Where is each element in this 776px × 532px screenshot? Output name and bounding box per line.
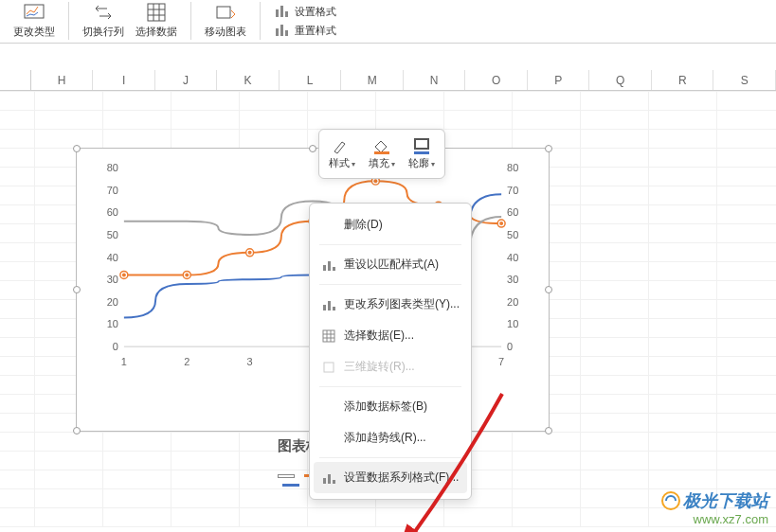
menu-3d-rotate: 三维旋转(R)... bbox=[310, 351, 471, 382]
svg-text:60: 60 bbox=[107, 206, 118, 218]
resize-handle[interactable] bbox=[545, 145, 552, 152]
legend-item[interactable] bbox=[278, 474, 295, 478]
chart-type-icon bbox=[23, 2, 45, 23]
svg-text:70: 70 bbox=[507, 185, 518, 196]
svg-text:40: 40 bbox=[507, 252, 518, 263]
svg-text:1: 1 bbox=[121, 356, 127, 367]
menu-reset-match[interactable]: 重设以匹配样式(A) bbox=[310, 249, 471, 280]
column-headers: HIJKLMNOPQRS bbox=[0, 70, 776, 91]
svg-rect-56 bbox=[328, 301, 331, 310]
menu-add-trendline[interactable]: 添加趋势线(R)... bbox=[310, 422, 471, 453]
select-data-button[interactable]: 选择数据 bbox=[130, 2, 183, 39]
svg-rect-1 bbox=[148, 4, 165, 21]
svg-rect-2 bbox=[217, 7, 230, 18]
chart-icon bbox=[321, 297, 336, 312]
svg-rect-51 bbox=[414, 151, 429, 154]
rotate-icon bbox=[321, 360, 336, 375]
watermark: 极光下载站 www.xz7.com bbox=[660, 489, 768, 526]
svg-rect-53 bbox=[328, 261, 331, 271]
svg-text:10: 10 bbox=[507, 318, 518, 329]
style-button[interactable]: 样式▾ bbox=[329, 137, 355, 170]
column-header[interactable]: J bbox=[155, 70, 218, 90]
menu-select-data[interactable]: 选择数据(E)... bbox=[310, 320, 471, 351]
column-header[interactable]: M bbox=[341, 70, 404, 90]
svg-text:80: 80 bbox=[107, 162, 118, 173]
column-header[interactable]: O bbox=[465, 70, 528, 90]
resize-handle[interactable] bbox=[545, 286, 552, 293]
svg-point-40 bbox=[248, 251, 252, 255]
column-header[interactable]: L bbox=[280, 70, 342, 90]
svg-text:30: 30 bbox=[107, 274, 118, 285]
column-header[interactable]: Q bbox=[589, 70, 652, 90]
svg-rect-3 bbox=[276, 9, 279, 17]
format-icon bbox=[274, 2, 291, 19]
svg-text:60: 60 bbox=[507, 206, 518, 218]
svg-text:30: 30 bbox=[507, 274, 518, 285]
switch-icon bbox=[92, 2, 115, 23]
table-icon bbox=[321, 328, 336, 344]
column-header[interactable]: K bbox=[217, 70, 280, 90]
menu-delete[interactable]: 删除(D) bbox=[310, 209, 471, 240]
outline-button[interactable]: 轮廓▾ bbox=[408, 137, 435, 170]
svg-rect-4 bbox=[280, 6, 283, 17]
svg-rect-62 bbox=[333, 480, 335, 484]
svg-text:3: 3 bbox=[247, 356, 253, 367]
svg-text:50: 50 bbox=[507, 229, 518, 240]
svg-text:40: 40 bbox=[107, 252, 118, 263]
svg-rect-55 bbox=[323, 305, 326, 310]
svg-rect-50 bbox=[415, 139, 428, 149]
mini-toolbar: 样式▾ 填充▾ 轮廓▾ bbox=[318, 129, 445, 179]
svg-rect-60 bbox=[323, 478, 326, 484]
svg-text:7: 7 bbox=[498, 356, 504, 367]
resize-handle[interactable] bbox=[73, 427, 81, 434]
column-header[interactable]: P bbox=[528, 70, 590, 90]
svg-point-63 bbox=[662, 492, 679, 509]
svg-rect-57 bbox=[333, 307, 335, 310]
svg-text:2: 2 bbox=[184, 356, 189, 367]
brush-icon bbox=[332, 137, 352, 154]
resize-handle[interactable] bbox=[73, 286, 81, 293]
svg-rect-6 bbox=[276, 28, 279, 36]
svg-rect-7 bbox=[280, 25, 283, 36]
svg-text:20: 20 bbox=[107, 296, 118, 308]
svg-point-38 bbox=[185, 273, 189, 276]
svg-text:10: 10 bbox=[107, 318, 118, 329]
resize-handle[interactable] bbox=[309, 145, 316, 152]
resize-handle[interactable] bbox=[73, 145, 81, 152]
move-chart-button[interactable]: 移动图表 bbox=[199, 2, 252, 39]
switch-row-col-button[interactable]: 切换行列 bbox=[77, 2, 130, 39]
svg-point-44 bbox=[373, 179, 377, 183]
svg-point-36 bbox=[122, 273, 126, 276]
spreadsheet-grid[interactable]: 01020304050607080 01020304050607080 1234… bbox=[0, 91, 776, 526]
svg-rect-49 bbox=[374, 151, 389, 154]
column-header[interactable]: H bbox=[31, 70, 94, 90]
svg-point-48 bbox=[499, 222, 503, 225]
svg-text:80: 80 bbox=[507, 162, 518, 173]
svg-rect-54 bbox=[333, 267, 335, 271]
reset-icon bbox=[274, 21, 291, 38]
grid-icon bbox=[145, 2, 168, 23]
column-header[interactable]: I bbox=[93, 70, 155, 90]
svg-text:70: 70 bbox=[107, 185, 118, 196]
column-header[interactable]: N bbox=[404, 70, 466, 90]
svg-rect-5 bbox=[285, 11, 288, 17]
resize-handle[interactable] bbox=[545, 427, 552, 434]
column-header[interactable]: S bbox=[713, 70, 776, 90]
outline-icon bbox=[411, 137, 432, 154]
menu-change-type[interactable]: 更改系列图表类型(Y)... bbox=[310, 289, 471, 320]
ribbon: 更改类型 切换行列 选择数据 移动图表 设置格式 重置样式 bbox=[0, 0, 776, 44]
fill-button[interactable]: 填充▾ bbox=[369, 137, 395, 170]
svg-rect-8 bbox=[285, 30, 288, 36]
svg-rect-59 bbox=[324, 363, 334, 372]
reset-style-button[interactable]: 重置样式 bbox=[268, 21, 342, 38]
menu-add-label[interactable]: 添加数据标签(B) bbox=[310, 391, 471, 422]
svg-text:20: 20 bbox=[507, 296, 518, 308]
change-chart-type-button[interactable]: 更改类型 bbox=[8, 2, 61, 39]
svg-text:0: 0 bbox=[507, 341, 513, 352]
menu-format-series[interactable]: 设置数据系列格式(F)... bbox=[314, 462, 467, 493]
set-format-button[interactable]: 设置格式 bbox=[268, 2, 342, 19]
move-chart-icon bbox=[214, 2, 237, 23]
column-header[interactable]: R bbox=[652, 70, 714, 90]
svg-text:50: 50 bbox=[107, 229, 118, 240]
context-menu: 删除(D) 重设以匹配样式(A) 更改系列图表类型(Y)... 选择数据(E).… bbox=[309, 203, 472, 500]
